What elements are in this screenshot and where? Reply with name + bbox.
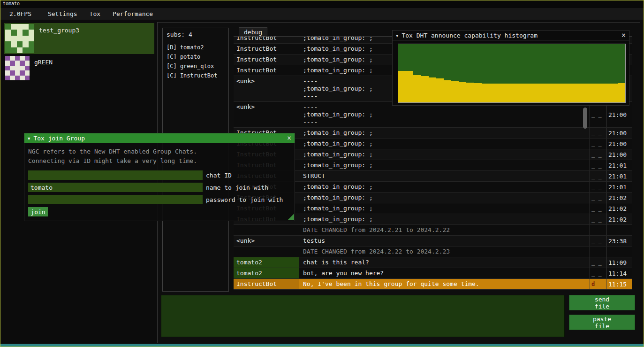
group-item-green[interactable]: gREEN	[4, 55, 154, 81]
sub-item[interactable]: [C] potato	[167, 52, 225, 62]
histogram-bar	[398, 71, 406, 102]
message-sender: <unk>	[234, 102, 299, 127]
message-row[interactable]: tomato2chat is this real?_ _11:09	[234, 257, 632, 268]
message-status: d	[590, 279, 606, 289]
join-group-window: ▼ Tox join Group × NGC refers to the New…	[24, 133, 295, 221]
message-text: STRUCT	[299, 171, 590, 181]
message-status: _ _	[590, 102, 606, 127]
histogram-bar	[512, 84, 519, 102]
tab-debug[interactable]: debug	[239, 27, 267, 37]
message-status: _ _	[590, 139, 606, 149]
histogram-bar	[451, 81, 459, 102]
histogram-bar	[580, 84, 587, 102]
join-info-line-1: NGC refers to the New DHT enabled Group …	[28, 147, 291, 156]
menu-item-tox[interactable]: Tox	[83, 10, 106, 17]
collapse-arrow-icon[interactable]: ▼	[396, 33, 398, 38]
chat-id-input[interactable]	[28, 170, 203, 180]
subs-list: [D] tomato2[C] potato[C] green_qtox[C] I…	[167, 43, 225, 80]
join-name-label: name to join with	[206, 184, 268, 191]
message-text: ;tomato_in_group: ;	[299, 193, 590, 203]
fps-counter: 2.0FPS	[3, 10, 42, 17]
sub-item[interactable]: [D] tomato2	[167, 43, 225, 52]
group-item-test_group3[interactable]: test_group3	[4, 23, 154, 54]
message-time: 21:02	[606, 203, 632, 214]
date-separator-row[interactable]: DATE CHANGED from 2024.2.22 to 2024.2.23	[234, 247, 632, 257]
message-sender: <unk>	[234, 76, 299, 101]
message-text: ;tomato_in_group: ;	[299, 203, 590, 214]
message-status	[590, 247, 606, 257]
histogram-bar	[565, 84, 572, 102]
message-row[interactable]: <unk>testus_ _23:38	[234, 236, 632, 247]
group-avatar	[5, 24, 34, 53]
date-separator-row[interactable]: DATE CHANGED from 2024.2.21 to 2024.2.22	[234, 225, 632, 236]
histogram-bar	[588, 84, 595, 102]
sub-item[interactable]: [C] green_qtox	[167, 62, 225, 71]
join-window-body: NGC refers to the New DHT enabled Group …	[24, 143, 295, 220]
message-time: 21:01	[606, 182, 632, 192]
send-file-button[interactable]: send file	[569, 295, 635, 310]
menu-bar: 2.0FPSSettingsToxPerformance	[0, 8, 644, 20]
window-title: tomato	[3, 1, 20, 6]
group-name: test_group3	[39, 27, 79, 54]
histogram-bar	[482, 84, 489, 102]
message-status: _ _	[590, 268, 606, 278]
histogram-bar	[489, 84, 497, 102]
histogram-window-title: Tox DHT announce capability histogram	[402, 32, 538, 39]
message-sender	[234, 247, 299, 257]
message-text: ;tomato_in_group: ;	[299, 182, 590, 192]
group-name: gREEN	[34, 59, 53, 81]
join-window-title: Tox join Group	[33, 135, 85, 142]
message-text: ;tomato_in_group: ;	[299, 149, 590, 160]
close-icon[interactable]: ×	[287, 135, 291, 142]
message-time: 21:01	[606, 171, 632, 181]
histogram-bar	[413, 75, 421, 102]
window-titlebar: tomato	[0, 0, 644, 8]
message-time: 21:00	[606, 149, 632, 160]
message-text: ;tomato_in_group: ;	[299, 214, 590, 224]
message-text: No, I've been in this group for quite so…	[299, 279, 590, 289]
message-row[interactable]: <unk>---- ;tomato_in_group: ; ----_ _21:…	[234, 102, 632, 128]
resize-grip-icon[interactable]	[288, 214, 294, 220]
message-sender: <unk>	[234, 236, 299, 246]
paste-file-button[interactable]: paste file	[569, 315, 635, 330]
menu-item-performance[interactable]: Performance	[106, 10, 159, 17]
message-time	[606, 225, 632, 235]
message-time	[606, 247, 632, 257]
sub-item[interactable]: [C] InstructBot	[167, 71, 225, 80]
message-time: 11:15	[606, 279, 632, 289]
message-time: 21:00	[606, 128, 632, 138]
histogram-bar	[535, 84, 542, 102]
join-name-input[interactable]	[28, 183, 203, 192]
histogram-bar	[497, 84, 504, 102]
join-password-input[interactable]	[28, 195, 203, 204]
chat-scrollbar-thumb[interactable]	[583, 108, 587, 129]
message-status: _ _	[590, 203, 606, 214]
message-time: 23:38	[606, 236, 632, 246]
histogram-bar	[429, 77, 436, 102]
histogram-bar	[519, 84, 527, 102]
message-input[interactable]	[161, 295, 565, 337]
message-text: testus	[299, 236, 590, 246]
join-window-titlebar[interactable]: ▼ Tox join Group ×	[24, 133, 295, 143]
menu-item-settings[interactable]: Settings	[42, 10, 83, 17]
histogram-bar	[572, 84, 580, 102]
tab-label: debug	[244, 29, 262, 36]
message-sender: InstructBot	[234, 44, 299, 54]
message-sender	[234, 225, 299, 235]
message-row[interactable]: InstructBotNo, I've been in this group f…	[234, 279, 632, 290]
histogram-bar	[436, 78, 444, 102]
message-text: ;tomato_in_group: ;	[299, 160, 590, 170]
histogram-bar	[557, 84, 565, 102]
message-status: _ _	[590, 236, 606, 246]
subs-header: subs: 4	[167, 31, 225, 38]
histogram-plot	[398, 44, 626, 103]
close-icon[interactable]: ×	[621, 32, 626, 39]
histogram-bar	[474, 83, 481, 102]
message-row[interactable]: tomato2bot, are you new here?_ _11:14	[234, 268, 632, 279]
message-text: chat is this real?	[299, 257, 590, 268]
join-button[interactable]: join	[28, 207, 48, 216]
message-sender: InstructBot	[234, 54, 299, 65]
histogram-window-titlebar[interactable]: ▼ Tox DHT announce capability histogram …	[393, 31, 629, 41]
collapse-arrow-icon[interactable]: ▼	[28, 136, 30, 141]
message-sender: InstructBot	[234, 279, 299, 289]
